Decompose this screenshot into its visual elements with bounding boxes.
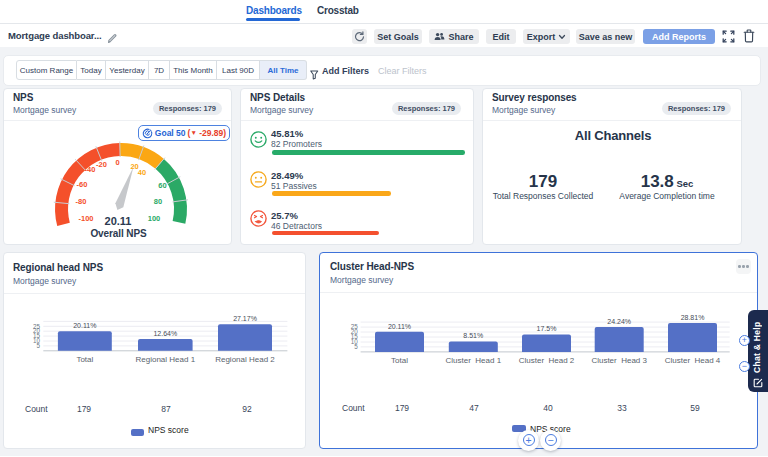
svg-text:20.11%: 20.11% xyxy=(388,323,411,330)
svg-text:60: 60 xyxy=(158,181,166,190)
svg-text:80: 80 xyxy=(154,197,162,206)
svg-text:20.11%: 20.11% xyxy=(73,322,96,329)
svg-text:5: 5 xyxy=(36,342,40,349)
svg-text:-80: -80 xyxy=(76,197,87,206)
svg-text:8.51%: 8.51% xyxy=(463,332,483,339)
svg-text:Cluster Head 1: Cluster Head 1 xyxy=(446,356,502,365)
svg-text:-20: -20 xyxy=(96,160,107,169)
svg-text:0: 0 xyxy=(116,158,120,167)
svg-text:27.17%: 27.17% xyxy=(233,315,257,322)
svg-text:24.24%: 24.24% xyxy=(607,318,631,325)
svg-text:Regional Head 2: Regional Head 2 xyxy=(215,355,275,364)
svg-text:-60: -60 xyxy=(77,180,88,189)
svg-text:Total: Total xyxy=(391,356,408,365)
svg-text:-40: -40 xyxy=(85,165,96,174)
svg-text:Cluster Head 3: Cluster Head 3 xyxy=(591,356,647,365)
svg-text:12.64%: 12.64% xyxy=(153,330,177,337)
svg-text:40: 40 xyxy=(138,168,146,177)
svg-text:28.81%: 28.81% xyxy=(681,314,705,321)
svg-text:Cluster Head 2: Cluster Head 2 xyxy=(519,356,575,365)
svg-text:Total: Total xyxy=(76,355,93,364)
svg-text:Regional Head 1: Regional Head 1 xyxy=(135,355,195,364)
svg-text:17.5%: 17.5% xyxy=(537,325,557,332)
svg-text:Cluster Head 4: Cluster Head 4 xyxy=(665,356,721,365)
svg-text:5: 5 xyxy=(354,343,358,350)
